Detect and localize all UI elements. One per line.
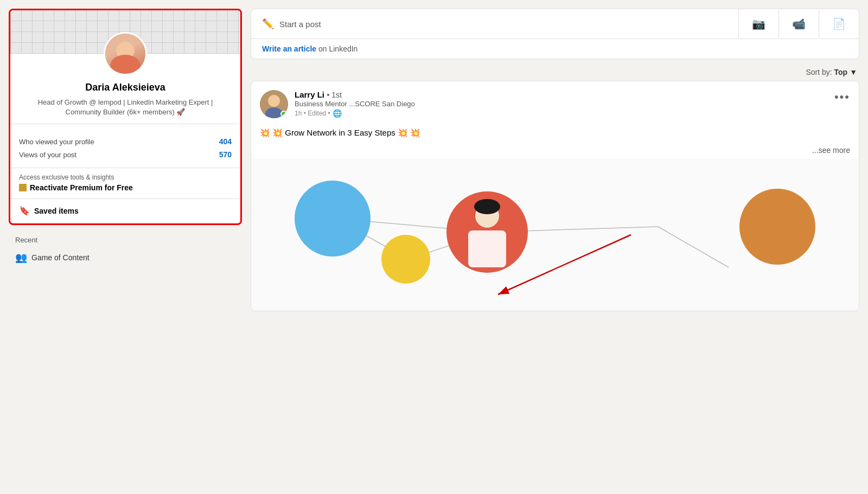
post-text: 💥 💥 Grow Network in 3 Easy Steps 💥 💥: [251, 123, 859, 146]
profile-name: Daria Aleksieieva: [10, 80, 240, 95]
profile-title: Head of Growth @ lempod | LinkedIn Marke…: [10, 95, 240, 124]
avatar-wrap: [10, 32, 240, 75]
premium-cta-label: Reactivate Premium for Free: [30, 183, 133, 192]
online-indicator: [280, 111, 287, 117]
document-icon: 📄: [832, 17, 846, 30]
stat-label-post: Views of your post: [19, 151, 76, 159]
post-time: 1h • Edited •: [295, 110, 330, 117]
bookmark-icon: 🔖: [19, 206, 30, 216]
see-more-label: ...see more: [812, 146, 850, 155]
post-create-card: ✏️ Start a post 📷 📹 📄 Write an article o…: [251, 9, 859, 59]
sort-label: Sort by:: [806, 68, 832, 76]
author-name: Larry Li: [295, 90, 324, 99]
recent-item-game-of-content[interactable]: 👥 Game of Content: [11, 248, 240, 267]
more-dots-icon: •••: [834, 90, 850, 104]
node-red-person: [446, 191, 528, 273]
feed-card-header: Larry Li • 1st Business Mentor ...SCORE …: [251, 81, 859, 123]
video-button[interactable]: 📹: [779, 10, 819, 38]
recent-title: Recent: [11, 236, 240, 244]
author-badge: • 1st: [327, 91, 341, 99]
premium-section: Access exclusive tools & insights Reacti…: [10, 168, 240, 198]
write-article-link[interactable]: Write an article: [262, 44, 316, 53]
more-options-button[interactable]: •••: [834, 90, 850, 104]
start-post-button[interactable]: ✏️ Start a post: [251, 9, 739, 39]
saved-items-button[interactable]: 🔖 Saved items: [10, 198, 240, 223]
edit-icon: ✏️: [262, 18, 274, 30]
sort-bar: Sort by: Top ▼: [251, 63, 859, 81]
svg-rect-10: [468, 230, 506, 267]
svg-line-8: [658, 227, 729, 267]
avatar-face: [105, 32, 145, 75]
document-button[interactable]: 📄: [819, 10, 859, 38]
node-orange: [739, 189, 815, 265]
premium-hint: Access exclusive tools & insights: [19, 174, 232, 181]
stat-value-profile: 404: [219, 137, 232, 146]
video-icon: 📹: [792, 17, 806, 30]
chevron-down-icon: ▼: [850, 68, 857, 76]
divider: [10, 124, 240, 124]
photo-button[interactable]: 📷: [739, 10, 779, 38]
main-content: ✏️ Start a post 📷 📹 📄 Write an article o…: [251, 9, 859, 311]
svg-point-11: [474, 199, 500, 214]
profile-card: Daria Aleksieieva Head of Growth @ lempo…: [9, 9, 242, 225]
author-name-row: Larry Li • 1st: [295, 90, 415, 100]
camera-icon: 📷: [752, 17, 765, 30]
profile-stats: Who viewed your profile 404 Views of you…: [10, 131, 240, 168]
premium-icon: [19, 184, 27, 191]
sort-button[interactable]: Top ▼: [834, 68, 857, 76]
write-article-suffix: on LinkedIn: [316, 44, 358, 53]
stat-row-post-views[interactable]: Views of your post 570: [19, 148, 232, 161]
svg-point-3: [269, 96, 279, 106]
start-post-label: Start a post: [279, 20, 321, 29]
sort-value: Top: [834, 68, 848, 76]
avatar: [104, 32, 147, 75]
people-icon: 👥: [15, 252, 27, 264]
author-title: Business Mentor ...SCORE San Diego: [295, 100, 415, 108]
feed-post-card: Larry Li • 1st Business Mentor ...SCORE …: [251, 81, 859, 311]
stat-label-profile: Who viewed your profile: [19, 138, 94, 146]
network-visualization: [251, 159, 859, 311]
globe-icon: 🌐: [333, 109, 342, 118]
node-blue: [295, 181, 371, 256]
write-article-row: Write an article on LinkedIn: [251, 39, 859, 59]
author-text-info: Larry Li • 1st Business Mentor ...SCORE …: [295, 90, 415, 118]
stat-value-post: 570: [219, 150, 232, 159]
post-meta: 1h • Edited • 🌐: [295, 109, 415, 118]
see-more-button[interactable]: ...see more: [251, 146, 859, 159]
premium-cta[interactable]: Reactivate Premium for Free: [19, 183, 232, 192]
feed-author-avatar[interactable]: [260, 90, 288, 118]
saved-items-label: Saved items: [34, 207, 79, 215]
sidebar: Daria Aleksieieva Head of Growth @ lempo…: [9, 9, 242, 311]
node-yellow: [381, 235, 430, 284]
post-create-top: ✏️ Start a post 📷 📹 📄: [251, 9, 859, 39]
stat-row-views[interactable]: Who viewed your profile 404: [19, 135, 232, 148]
author-info: Larry Li • 1st Business Mentor ...SCORE …: [260, 90, 415, 118]
recent-item-label: Game of Content: [31, 253, 90, 262]
recent-section: Recent 👥 Game of Content: [9, 229, 242, 273]
